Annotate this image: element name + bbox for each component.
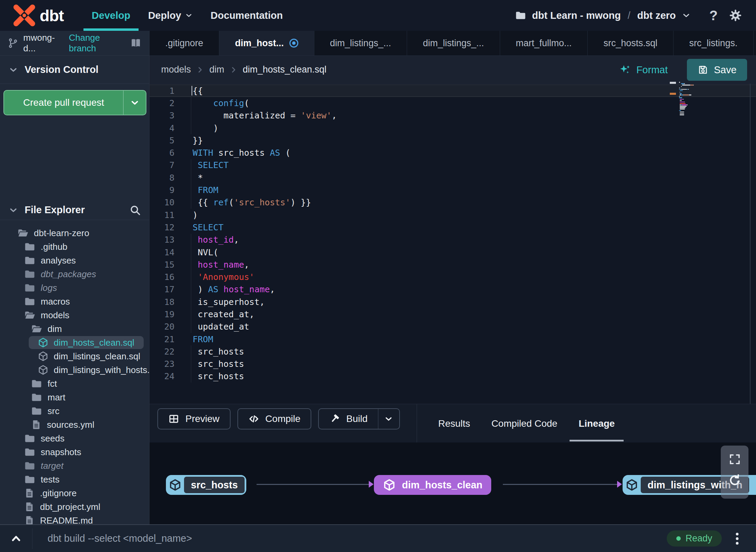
file-tab-dim-listings[interactable]: dim_listings_... <box>314 31 407 55</box>
tree-item-mart[interactable]: mart <box>0 390 149 404</box>
code-line[interactable]: 14 NVL( <box>149 246 756 258</box>
tree-item-dim[interactable]: dim <box>0 322 149 336</box>
format-button[interactable]: Format <box>619 56 668 84</box>
tree-item-label: target <box>41 461 64 471</box>
build-button[interactable]: Build <box>318 408 400 429</box>
tree-item-fct[interactable]: fct <box>0 377 149 390</box>
line-number: 7 <box>149 160 174 170</box>
compile-button[interactable]: Compile <box>237 408 312 429</box>
code-line[interactable]: 12SELECT <box>149 221 756 233</box>
line-number: 14 <box>149 247 174 257</box>
command-input[interactable]: dbt build --select <model_name> <box>48 533 667 544</box>
chevron-up-icon[interactable] <box>0 528 32 549</box>
code-line[interactable]: 9 FROM <box>149 184 756 196</box>
gear-icon[interactable] <box>729 9 742 22</box>
code-line[interactable]: 17 ) AS host_name, <box>149 283 756 296</box>
code-line[interactable]: 18 is_superhost, <box>149 296 756 308</box>
tree-item-dim-listings-with-hosts[interactable]: dim_listings_with_hosts... <box>0 363 149 377</box>
save-button[interactable]: Save <box>687 59 747 81</box>
file-tab-gitignore[interactable]: .gitignore <box>149 31 219 55</box>
code-line[interactable]: 22 src_hosts <box>149 345 756 358</box>
code-line[interactable]: 21FROM <box>149 333 756 345</box>
tree-item-dim-hosts-clean-sql[interactable]: dim_hosts_clean.sql <box>0 336 149 349</box>
tree-item-models[interactable]: models <box>0 308 149 322</box>
code-line[interactable]: 7 SELECT <box>149 159 756 171</box>
code-line[interactable]: 8 * <box>149 171 756 184</box>
tree-item-target[interactable]: target <box>0 459 149 473</box>
tree-item-macros[interactable]: macros <box>0 295 149 308</box>
tree-item-readme-md[interactable]: README.md <box>0 514 149 524</box>
tree-item-dbt-packages[interactable]: dbt_packages <box>0 267 149 281</box>
build-dropdown[interactable] <box>378 409 399 429</box>
tree-item-dim-listings-clean-sql[interactable]: dim_listings_clean.sql <box>0 349 149 363</box>
code-line[interactable]: 1{{ <box>149 85 756 97</box>
tree-item-tests[interactable]: tests <box>0 473 149 486</box>
tab-compiled-code[interactable]: Compiled Code <box>491 404 557 443</box>
tab-strip: .gitignoredim_host...dim_listings_...dim… <box>149 31 754 55</box>
line-number: 10 <box>149 197 174 207</box>
nav-item-documentation[interactable]: Documentation <box>203 0 291 31</box>
add-tab-button[interactable]: + <box>754 31 756 55</box>
tree-item-sources-yml[interactable]: sources.yml <box>0 418 149 432</box>
dbt-logo[interactable]: dbt <box>12 3 64 28</box>
docs-book-icon[interactable] <box>130 37 142 49</box>
code-line[interactable]: 10 {{ ref('src_hosts') }} <box>149 196 756 209</box>
tree-item-github[interactable]: .github <box>0 240 149 254</box>
file-icon <box>31 419 42 430</box>
code-text: FROM <box>193 185 218 195</box>
code-editor[interactable]: 1{{2 config(3 materialized = 'view',4 )5… <box>149 84 756 404</box>
breadcrumb-item-models[interactable]: models <box>161 64 191 75</box>
file-tab-src-hosts-sql[interactable]: src_hosts.sql <box>588 31 674 55</box>
tree-item-seeds[interactable]: seeds <box>0 432 149 445</box>
code-line[interactable]: 15 host_name, <box>149 258 756 271</box>
code-line[interactable]: 5}} <box>149 134 756 146</box>
refresh-icon[interactable] <box>727 473 742 488</box>
code-line[interactable]: 4 ) <box>149 122 756 134</box>
tree-item-dbt-learn-zero[interactable]: dbt-learn-zero <box>0 226 149 240</box>
nav-item-deploy[interactable]: Deploy <box>140 0 201 31</box>
file-tab-mart-fullmo[interactable]: mart_fullmo... <box>500 31 588 55</box>
code-line[interactable]: 20 updated_at <box>149 321 756 333</box>
lineage-node-src-hosts[interactable]: src_hosts <box>166 475 246 495</box>
folder-icon <box>31 378 42 389</box>
code-line[interactable]: 19 created_at, <box>149 308 756 320</box>
nav-item-develop[interactable]: Develop <box>83 0 139 31</box>
breadcrumb-item-dim-hosts-clean-sql[interactable]: dim_hosts_clean.sql <box>243 64 327 75</box>
file-tab-dim-listings[interactable]: dim_listings_... <box>407 31 500 55</box>
lineage-node-dim-hosts-clean[interactable]: dim_hosts_clean <box>374 475 491 495</box>
kebab-menu-icon[interactable] <box>732 531 742 546</box>
file-tab-label: dim_listings_... <box>423 38 484 49</box>
tab-label: Lineage <box>578 418 615 429</box>
tree-item-dbt-project-yml[interactable]: dbt_project.yml <box>0 500 149 514</box>
tree-item-src[interactable]: src <box>0 404 149 418</box>
tree-item-logs[interactable]: logs <box>0 281 149 295</box>
tab-lineage[interactable]: Lineage <box>578 404 615 443</box>
create-pull-request-button[interactable]: Create pull request <box>3 90 146 115</box>
code-line[interactable]: 3 materialized = 'view', <box>149 110 756 122</box>
fullscreen-icon[interactable] <box>728 452 742 466</box>
search-icon[interactable] <box>129 204 141 216</box>
pull-request-dropdown[interactable] <box>123 91 146 115</box>
file-tab-dim-host[interactable]: dim_host... <box>219 31 314 55</box>
minimap[interactable] <box>679 82 700 116</box>
code-line[interactable]: 2 config( <box>149 97 756 109</box>
tab-results[interactable]: Results <box>438 404 470 443</box>
code-line[interactable]: 6WITH src_hosts AS ( <box>149 146 756 159</box>
help-icon[interactable]: ? <box>709 8 718 23</box>
code-line[interactable]: 11) <box>149 209 756 221</box>
breadcrumb-item-dim[interactable]: dim <box>209 64 224 75</box>
editor-scrollbar[interactable] <box>750 84 751 404</box>
version-control-header[interactable]: Version Control <box>0 56 149 84</box>
project-picker[interactable]: dbt Learn - mwong / dbt zero <box>515 10 691 21</box>
tree-item-snapshots[interactable]: snapshots <box>0 445 149 459</box>
code-line[interactable]: 24 src_hosts <box>149 370 756 383</box>
tree-item-analyses[interactable]: analyses <box>0 254 149 267</box>
file-explorer-header[interactable]: File Explorer <box>0 200 149 220</box>
code-line[interactable]: 13 host_id, <box>149 234 756 246</box>
code-line[interactable]: 23 src_hosts <box>149 358 756 370</box>
file-tab-src-listings[interactable]: src_listings. <box>674 31 754 55</box>
tree-item-gitignore[interactable]: .gitignore <box>0 486 149 500</box>
code-line[interactable]: 16 'Anonymous' <box>149 271 756 283</box>
preview-button[interactable]: Preview <box>157 408 231 429</box>
change-branch-link[interactable]: Change branch <box>69 33 125 54</box>
